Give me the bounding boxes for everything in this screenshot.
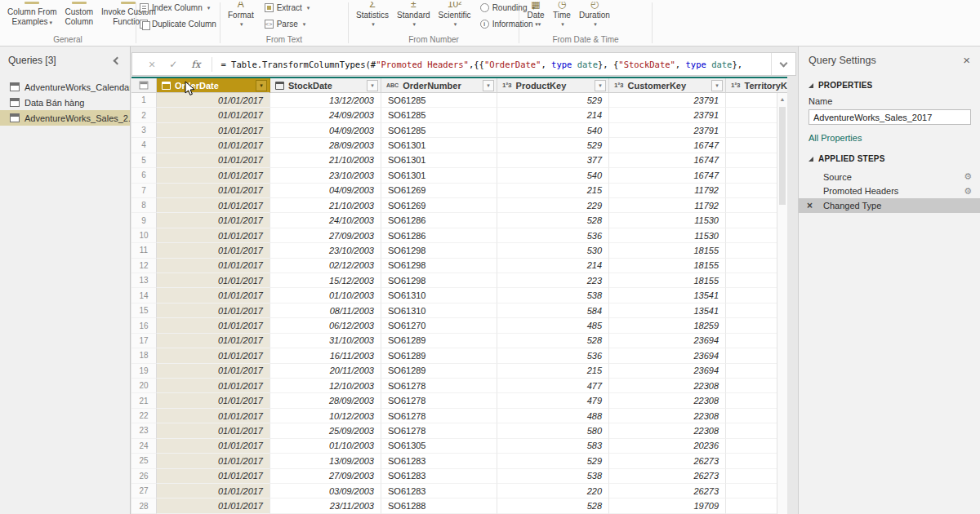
row-number[interactable]: 11 [131, 243, 157, 258]
cell[interactable]: 01/01/2017 [157, 213, 270, 228]
cell[interactable]: 16/11/2003 [270, 348, 381, 363]
cell[interactable]: 23791 [609, 108, 726, 122]
cell[interactable]: 11792 [609, 198, 726, 213]
row-number[interactable]: 25 [131, 454, 157, 468]
row-number[interactable]: 1 [131, 93, 157, 108]
cell[interactable]: SO61286 [381, 228, 497, 243]
row-number[interactable]: 21 [131, 393, 157, 408]
collapse-queries-pane-icon[interactable] [114, 56, 122, 64]
query-item-adventureworks-sales-2017[interactable]: AdventureWorks_Sales_2... [0, 110, 130, 126]
cell[interactable]: 28/09/2003 [270, 393, 381, 408]
cell[interactable]: SO61278 [381, 393, 497, 408]
standard-button[interactable]: Standard ▾ [393, 1, 434, 35]
cell[interactable]: 377 [497, 153, 609, 168]
cell[interactable]: SO61288 [381, 498, 497, 513]
number-type-icon[interactable]: 1²3 [502, 82, 512, 89]
row-number[interactable]: 15 [131, 304, 157, 318]
column-header-stockdate[interactable]: StockDate▾ [270, 78, 381, 93]
cell[interactable]: 26273 [609, 484, 726, 498]
cell[interactable]: 01/01/2017 [157, 168, 270, 183]
applied-step-changed-type[interactable]: ×Changed Type [799, 198, 980, 213]
cell[interactable]: 01/01/2017 [157, 138, 270, 153]
cell[interactable]: 01/01/2017 [157, 318, 270, 333]
cell[interactable]: 583 [497, 439, 609, 454]
cell[interactable]: 538 [497, 469, 609, 484]
cell[interactable]: 22308 [609, 379, 726, 393]
row-number[interactable]: 22 [131, 409, 157, 423]
cell[interactable]: 02/12/2003 [270, 259, 381, 273]
cell[interactable]: 31/10/2003 [270, 334, 381, 348]
index-column-button[interactable]: Index Column ▾ [140, 2, 216, 13]
filter-button[interactable]: ▾ [711, 80, 723, 91]
cell[interactable]: SO61301 [381, 168, 497, 183]
cell[interactable]: 01/01/2017 [157, 123, 270, 138]
cell[interactable]: 580 [497, 423, 609, 438]
filter-button[interactable]: ▾ [483, 80, 494, 91]
row-number[interactable]: 4 [131, 138, 157, 153]
cell[interactable]: SO61283 [381, 454, 497, 468]
row-number[interactable]: 20 [131, 379, 157, 393]
cell[interactable]: 26273 [609, 469, 726, 484]
cell[interactable]: 01/01/2017 [157, 393, 270, 408]
cell[interactable]: 26273 [609, 454, 726, 468]
applied-step-source[interactable]: Source⚙ [799, 170, 980, 184]
cell[interactable]: 23/11/2003 [270, 498, 381, 513]
cell[interactable]: 223 [497, 273, 609, 288]
vertical-scrollbar[interactable]: ▲ [777, 93, 787, 514]
row-number[interactable]: 5 [131, 153, 157, 168]
scroll-up-icon[interactable]: ▲ [777, 93, 787, 105]
cell[interactable]: 01/01/2017 [157, 184, 270, 198]
cell[interactable]: 479 [497, 393, 609, 408]
cell[interactable]: 01/01/2017 [157, 93, 270, 108]
format-button[interactable]: Format ▾ [224, 1, 258, 35]
gear-icon[interactable]: ⚙ [964, 171, 972, 182]
cell[interactable]: 23694 [609, 364, 726, 379]
select-all-corner[interactable] [131, 78, 157, 93]
date-type-icon[interactable] [162, 82, 171, 90]
row-number[interactable]: 6 [131, 168, 157, 183]
cell[interactable]: 11530 [609, 228, 726, 243]
cell[interactable]: 01/01/2017 [157, 469, 270, 484]
row-number[interactable]: 28 [131, 498, 157, 513]
cell[interactable]: 21/10/2003 [270, 198, 381, 213]
query-item-adventureworks-calendar[interactable]: AdventureWorks_Calendar [0, 79, 130, 95]
row-number[interactable]: 7 [131, 184, 157, 198]
scientific-button[interactable]: Scientific ▾ [434, 1, 475, 35]
column-header-customerkey[interactable]: 1²3CustomerKey▾ [609, 78, 726, 93]
cell[interactable]: 22308 [609, 423, 726, 438]
row-number[interactable]: 10 [131, 228, 157, 243]
cell[interactable]: SO61278 [381, 409, 497, 423]
cell[interactable]: 08/11/2003 [270, 304, 381, 318]
cell[interactable]: 01/01/2017 [157, 153, 270, 168]
cell[interactable]: 16747 [609, 168, 726, 183]
cell[interactable]: 22308 [609, 393, 726, 408]
cell[interactable]: 01/01/2017 [157, 423, 270, 438]
column-header-orderdate[interactable]: OrderDate▾ [157, 78, 270, 93]
cell[interactable]: 15/12/2003 [270, 273, 381, 288]
cell[interactable]: 13/12/2003 [270, 93, 381, 108]
cell[interactable]: SO61298 [381, 259, 497, 273]
cell[interactable]: 23694 [609, 348, 726, 363]
row-number[interactable]: 16 [131, 318, 157, 333]
cell[interactable]: 540 [497, 123, 609, 138]
row-number[interactable]: 18 [131, 348, 157, 363]
cell[interactable]: SO61269 [381, 198, 497, 213]
cell[interactable]: 01/01/2017 [157, 304, 270, 318]
cell[interactable]: 23/10/2003 [270, 243, 381, 258]
cell[interactable]: 04/09/2003 [270, 123, 381, 138]
cell[interactable]: 23791 [609, 93, 726, 108]
cell[interactable]: SO61289 [381, 334, 497, 348]
cell[interactable]: 477 [497, 379, 609, 393]
cell[interactable]: 18155 [609, 243, 726, 258]
cell[interactable]: 01/01/2017 [157, 498, 270, 513]
cell[interactable]: 01/01/2017 [157, 364, 270, 379]
applied-step-promoted-headers[interactable]: Promoted Headers⚙ [799, 184, 980, 199]
row-number[interactable]: 13 [131, 273, 157, 288]
cell[interactable]: 23694 [609, 334, 726, 348]
row-number[interactable]: 2 [131, 108, 157, 122]
cell[interactable]: 16747 [609, 153, 726, 168]
cell[interactable]: 01/01/2017 [157, 228, 270, 243]
cell[interactable]: 21/10/2003 [270, 153, 381, 168]
cell[interactable]: 538 [497, 288, 609, 303]
cell[interactable]: 529 [497, 454, 609, 468]
